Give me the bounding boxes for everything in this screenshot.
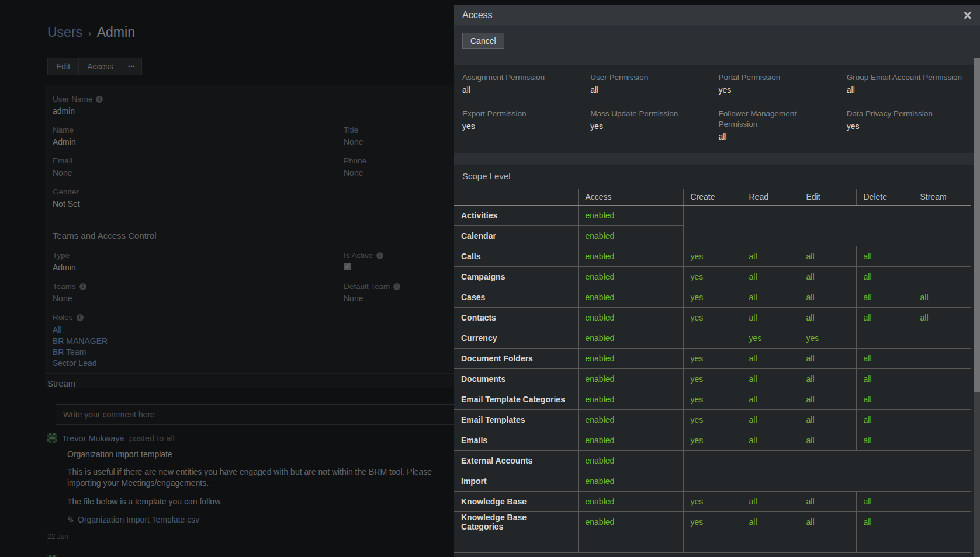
- scope-row-name: Email Template Categories: [454, 389, 578, 410]
- scope-row: Email Template Categoriesenabledyesallal…: [454, 389, 971, 410]
- scope-cell: [799, 532, 856, 553]
- scope-cell: enabled: [578, 246, 683, 267]
- close-icon[interactable]: ×: [963, 6, 972, 25]
- scope-row-name: Cases: [454, 287, 578, 308]
- scope-cell: [683, 328, 742, 349]
- modal-toolbar: Cancel: [454, 26, 980, 58]
- scope-row: Activitiesenabled: [454, 206, 971, 226]
- scope-row-name: Knowledge Base: [454, 492, 578, 512]
- modal-header: Access ×: [454, 5, 980, 26]
- scope-row-name: External Accounts: [454, 451, 578, 471]
- permission-field: Assignment Permission all: [462, 72, 581, 95]
- scope-cell: all: [742, 512, 799, 532]
- scope-cell: all: [856, 267, 913, 287]
- scope-cell: yes: [683, 389, 742, 410]
- scope-cell: [913, 512, 971, 532]
- scope-cell: enabled: [578, 369, 683, 389]
- scope-cell: all: [913, 308, 971, 328]
- scope-cell: yes: [683, 492, 742, 512]
- scope-cell: all: [742, 308, 799, 328]
- scope-cell: all: [742, 410, 799, 430]
- permission-field: Mass Update Permission yes: [590, 109, 709, 141]
- permission-label: User Permission: [590, 72, 709, 83]
- scope-cell: all: [856, 492, 913, 512]
- scope-panel: Scope Level AccessCreateReadEditDeleteSt…: [454, 165, 974, 557]
- scope-cell: all: [856, 308, 913, 328]
- permission-value: all: [590, 85, 709, 95]
- scope-title: Scope Level: [454, 171, 974, 181]
- permission-field: Export Permission yes: [462, 109, 581, 141]
- scope-cell: yes: [742, 328, 799, 349]
- scope-cell: enabled: [578, 226, 683, 246]
- scope-cell: [913, 328, 971, 349]
- scope-cell: all: [742, 369, 799, 389]
- scope-cell: [913, 430, 971, 451]
- scope-cell: [913, 349, 971, 369]
- scope-cell: enabled: [578, 451, 683, 471]
- scope-row-name: Knowledge Base Categories: [454, 512, 578, 532]
- scope-cell: yes: [683, 512, 742, 532]
- scope-row-name: [454, 532, 578, 553]
- scope-row-name: Documents: [454, 369, 578, 389]
- permission-value: yes: [590, 121, 709, 131]
- scope-row: Emailsenabledyesallallall: [454, 430, 971, 451]
- scope-column-header: Create: [683, 189, 742, 206]
- modal-title: Access: [462, 10, 493, 20]
- scope-cell: [913, 532, 971, 553]
- scope-cell: [856, 532, 913, 553]
- scope-cell: all: [799, 369, 856, 389]
- scope-cell: all: [856, 246, 913, 267]
- scope-cell: [683, 532, 742, 553]
- scope-cell: yes: [799, 328, 856, 349]
- scope-row: [454, 532, 971, 553]
- permission-field: Follower Management Permission all: [719, 109, 837, 141]
- scrollbar-thumb[interactable]: [974, 58, 980, 392]
- scope-column-header: Access: [578, 189, 683, 206]
- scope-cell: yes: [683, 267, 742, 287]
- cancel-button[interactable]: Cancel: [462, 33, 504, 49]
- permission-field: User Permission all: [590, 72, 709, 95]
- access-modal: Access × Cancel Assignment Permission al…: [454, 5, 980, 557]
- scrollbar-track[interactable]: [974, 58, 980, 557]
- permission-value: yes: [719, 85, 837, 95]
- scope-row-name: Calls: [454, 246, 578, 267]
- permission-field: Group Email Account Permission all: [847, 72, 965, 95]
- modal-body: Assignment Permission all User Permissio…: [454, 58, 980, 557]
- scope-cell: yes: [683, 430, 742, 451]
- scope-column-header: Read: [742, 189, 799, 206]
- permission-label: Data Privacy Permission: [847, 109, 965, 119]
- scope-cell: [913, 267, 971, 287]
- scope-row: Contactsenabledyesallallallall: [454, 308, 971, 328]
- scope-cell: all: [742, 349, 799, 369]
- scope-cell: [742, 532, 799, 553]
- scope-row: Knowledge Base Categoriesenabledyesallal…: [454, 512, 971, 532]
- permission-value: all: [719, 132, 837, 141]
- scope-column-header: Edit: [799, 189, 856, 206]
- scope-column-header: Stream: [913, 189, 971, 206]
- scope-cell: all: [799, 430, 856, 451]
- scope-cell: all: [742, 287, 799, 308]
- scope-cell: all: [742, 492, 799, 512]
- scope-cell: enabled: [578, 206, 683, 226]
- scope-row: Campaignsenabledyesallallall: [454, 267, 971, 287]
- permission-label: Assignment Permission: [462, 72, 581, 83]
- scope-cell: all: [742, 389, 799, 410]
- scope-cell: enabled: [578, 328, 683, 349]
- scope-cell: [856, 328, 913, 349]
- permission-label: Group Email Account Permission: [847, 72, 965, 83]
- scope-cell: all: [856, 287, 913, 308]
- scope-cell: yes: [683, 410, 742, 430]
- scope-cell: all: [799, 389, 856, 410]
- scope-table-header: AccessCreateReadEditDeleteStream: [454, 189, 971, 206]
- scope-row-name: Contacts: [454, 308, 578, 328]
- scope-row-name: Activities: [454, 206, 578, 226]
- permissions-panel: Assignment Permission all User Permissio…: [454, 65, 974, 153]
- scope-cell: enabled: [578, 430, 683, 451]
- scope-cell: enabled: [578, 287, 683, 308]
- scope-cell: all: [799, 410, 856, 430]
- scope-cell: enabled: [578, 492, 683, 512]
- scope-cell: all: [856, 512, 913, 532]
- scope-cell: [913, 246, 971, 267]
- permission-value: all: [462, 85, 581, 95]
- scope-cell: all: [856, 389, 913, 410]
